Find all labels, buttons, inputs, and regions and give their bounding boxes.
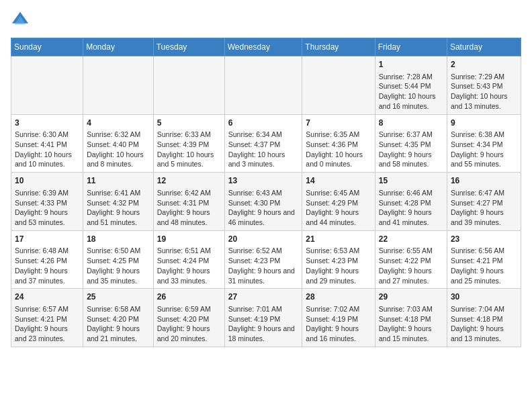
calendar-cell bbox=[83, 56, 154, 115]
calendar-cell bbox=[11, 56, 83, 115]
day-info: Sunrise: 6:59 AMSunset: 4:20 PMDaylight:… bbox=[157, 304, 221, 344]
day-info: Sunrise: 6:30 AMSunset: 4:41 PMDaylight:… bbox=[15, 130, 79, 169]
day-info: Sunrise: 6:48 AMSunset: 4:26 PMDaylight:… bbox=[15, 246, 79, 285]
day-info: Sunrise: 7:03 AMSunset: 4:18 PMDaylight:… bbox=[379, 304, 443, 344]
calendar-cell: 23Sunrise: 6:56 AMSunset: 4:21 PMDayligh… bbox=[447, 230, 521, 289]
logo bbox=[11, 11, 32, 30]
day-info: Sunrise: 6:47 AMSunset: 4:27 PMDaylight:… bbox=[451, 188, 517, 228]
day-number: 26 bbox=[157, 291, 221, 303]
logo-icon bbox=[11, 11, 30, 30]
day-number: 3 bbox=[15, 118, 79, 129]
day-number: 19 bbox=[157, 234, 221, 245]
calendar-week-3: 10Sunrise: 6:39 AMSunset: 4:33 PMDayligh… bbox=[11, 173, 521, 231]
day-number: 13 bbox=[228, 175, 299, 187]
day-info: Sunrise: 6:52 AMSunset: 4:23 PMDaylight:… bbox=[228, 246, 299, 285]
calendar-cell: 28Sunrise: 7:02 AMSunset: 4:19 PMDayligh… bbox=[302, 289, 375, 347]
day-info: Sunrise: 7:02 AMSunset: 4:19 PMDaylight:… bbox=[306, 304, 371, 344]
day-number: 20 bbox=[228, 234, 299, 245]
calendar-cell: 9Sunrise: 6:38 AMSunset: 4:34 PMDaylight… bbox=[447, 114, 521, 173]
day-info: Sunrise: 7:28 AMSunset: 5:44 PMDaylight:… bbox=[379, 72, 443, 111]
day-number: 15 bbox=[379, 175, 443, 187]
calendar-cell: 4Sunrise: 6:32 AMSunset: 4:40 PMDaylight… bbox=[83, 114, 154, 173]
day-info: Sunrise: 6:42 AMSunset: 4:31 PMDaylight:… bbox=[157, 188, 221, 228]
day-info: Sunrise: 6:55 AMSunset: 4:22 PMDaylight:… bbox=[379, 246, 443, 285]
day-info: Sunrise: 7:01 AMSunset: 4:19 PMDaylight:… bbox=[228, 304, 299, 344]
day-number: 24 bbox=[15, 291, 79, 303]
header-row: SundayMondayTuesdayWednesdayThursdayFrid… bbox=[11, 38, 521, 56]
calendar-week-2: 3Sunrise: 6:30 AMSunset: 4:41 PMDaylight… bbox=[11, 114, 521, 173]
day-number: 7 bbox=[306, 118, 371, 129]
header-day-tuesday: Tuesday bbox=[153, 38, 224, 56]
calendar-cell: 8Sunrise: 6:37 AMSunset: 4:35 PMDaylight… bbox=[375, 114, 447, 173]
calendar-cell: 11Sunrise: 6:41 AMSunset: 4:32 PMDayligh… bbox=[83, 173, 154, 231]
day-number: 8 bbox=[379, 118, 443, 129]
day-number: 11 bbox=[87, 175, 150, 187]
calendar-cell bbox=[224, 56, 302, 115]
day-info: Sunrise: 6:50 AMSunset: 4:25 PMDaylight:… bbox=[87, 246, 150, 285]
day-info: Sunrise: 6:38 AMSunset: 4:34 PMDaylight:… bbox=[451, 130, 517, 169]
day-number: 6 bbox=[228, 118, 299, 129]
calendar-cell: 6Sunrise: 6:34 AMSunset: 4:37 PMDaylight… bbox=[224, 114, 302, 173]
day-info: Sunrise: 6:33 AMSunset: 4:39 PMDaylight:… bbox=[157, 130, 221, 169]
day-number: 28 bbox=[306, 291, 371, 303]
calendar-cell: 17Sunrise: 6:48 AMSunset: 4:26 PMDayligh… bbox=[11, 230, 83, 289]
calendar-cell bbox=[302, 56, 375, 115]
day-info: Sunrise: 6:34 AMSunset: 4:37 PMDaylight:… bbox=[228, 130, 299, 169]
calendar-cell: 27Sunrise: 7:01 AMSunset: 4:19 PMDayligh… bbox=[224, 289, 302, 347]
day-info: Sunrise: 6:56 AMSunset: 4:21 PMDaylight:… bbox=[451, 246, 517, 285]
day-info: Sunrise: 6:53 AMSunset: 4:23 PMDaylight:… bbox=[306, 246, 371, 285]
calendar-cell: 29Sunrise: 7:03 AMSunset: 4:18 PMDayligh… bbox=[375, 289, 447, 347]
calendar-cell: 20Sunrise: 6:52 AMSunset: 4:23 PMDayligh… bbox=[224, 230, 302, 289]
day-number: 29 bbox=[379, 291, 443, 303]
day-info: Sunrise: 6:39 AMSunset: 4:33 PMDaylight:… bbox=[15, 188, 79, 228]
calendar-week-1: 1Sunrise: 7:28 AMSunset: 5:44 PMDaylight… bbox=[11, 56, 521, 115]
calendar-cell: 30Sunrise: 7:04 AMSunset: 4:18 PMDayligh… bbox=[447, 289, 521, 347]
day-info: Sunrise: 6:57 AMSunset: 4:21 PMDaylight:… bbox=[15, 304, 79, 344]
calendar-cell: 26Sunrise: 6:59 AMSunset: 4:20 PMDayligh… bbox=[153, 289, 224, 347]
calendar-cell: 18Sunrise: 6:50 AMSunset: 4:25 PMDayligh… bbox=[83, 230, 154, 289]
day-number: 2 bbox=[451, 59, 517, 71]
calendar-cell: 14Sunrise: 6:45 AMSunset: 4:29 PMDayligh… bbox=[302, 173, 375, 231]
calendar-week-5: 24Sunrise: 6:57 AMSunset: 4:21 PMDayligh… bbox=[11, 289, 521, 347]
calendar-cell: 24Sunrise: 6:57 AMSunset: 4:21 PMDayligh… bbox=[11, 289, 83, 347]
day-info: Sunrise: 7:04 AMSunset: 4:18 PMDaylight:… bbox=[451, 304, 517, 344]
calendar-cell: 19Sunrise: 6:51 AMSunset: 4:24 PMDayligh… bbox=[153, 230, 224, 289]
day-info: Sunrise: 7:29 AMSunset: 5:43 PMDaylight:… bbox=[451, 72, 517, 111]
day-info: Sunrise: 6:37 AMSunset: 4:35 PMDaylight:… bbox=[379, 130, 443, 169]
calendar-week-4: 17Sunrise: 6:48 AMSunset: 4:26 PMDayligh… bbox=[11, 230, 521, 289]
header-day-thursday: Thursday bbox=[302, 38, 375, 56]
calendar-cell: 2Sunrise: 7:29 AMSunset: 5:43 PMDaylight… bbox=[447, 56, 521, 115]
calendar-cell: 5Sunrise: 6:33 AMSunset: 4:39 PMDaylight… bbox=[153, 114, 224, 173]
calendar-cell: 3Sunrise: 6:30 AMSunset: 4:41 PMDaylight… bbox=[11, 114, 83, 173]
day-number: 18 bbox=[87, 234, 150, 245]
day-number: 16 bbox=[451, 175, 517, 187]
day-info: Sunrise: 6:46 AMSunset: 4:28 PMDaylight:… bbox=[379, 188, 443, 228]
calendar-body: 1Sunrise: 7:28 AMSunset: 5:44 PMDaylight… bbox=[11, 56, 521, 347]
day-info: Sunrise: 6:32 AMSunset: 4:40 PMDaylight:… bbox=[87, 130, 150, 169]
calendar-cell: 25Sunrise: 6:58 AMSunset: 4:20 PMDayligh… bbox=[83, 289, 154, 347]
day-number: 22 bbox=[379, 234, 443, 245]
calendar-cell: 10Sunrise: 6:39 AMSunset: 4:33 PMDayligh… bbox=[11, 173, 83, 231]
day-info: Sunrise: 6:35 AMSunset: 4:36 PMDaylight:… bbox=[306, 130, 371, 169]
calendar-cell bbox=[153, 56, 224, 115]
calendar-header: SundayMondayTuesdayWednesdayThursdayFrid… bbox=[11, 38, 521, 56]
day-info: Sunrise: 6:51 AMSunset: 4:24 PMDaylight:… bbox=[157, 246, 221, 285]
header-day-saturday: Saturday bbox=[447, 38, 521, 56]
day-number: 1 bbox=[379, 59, 443, 71]
calendar-cell: 21Sunrise: 6:53 AMSunset: 4:23 PMDayligh… bbox=[302, 230, 375, 289]
day-number: 4 bbox=[87, 118, 150, 129]
day-number: 25 bbox=[87, 291, 150, 303]
header-day-friday: Friday bbox=[375, 38, 447, 56]
day-number: 23 bbox=[451, 234, 517, 245]
day-info: Sunrise: 6:43 AMSunset: 4:30 PMDaylight:… bbox=[228, 188, 299, 228]
calendar-cell: 13Sunrise: 6:43 AMSunset: 4:30 PMDayligh… bbox=[224, 173, 302, 231]
calendar-cell: 1Sunrise: 7:28 AMSunset: 5:44 PMDaylight… bbox=[375, 56, 447, 115]
day-info: Sunrise: 6:58 AMSunset: 4:20 PMDaylight:… bbox=[87, 304, 150, 344]
calendar-cell: 7Sunrise: 6:35 AMSunset: 4:36 PMDaylight… bbox=[302, 114, 375, 173]
day-number: 21 bbox=[306, 234, 371, 245]
day-number: 9 bbox=[451, 118, 517, 129]
calendar-cell: 12Sunrise: 6:42 AMSunset: 4:31 PMDayligh… bbox=[153, 173, 224, 231]
day-info: Sunrise: 6:45 AMSunset: 4:29 PMDaylight:… bbox=[306, 188, 371, 228]
day-number: 27 bbox=[228, 291, 299, 303]
day-number: 14 bbox=[306, 175, 371, 187]
